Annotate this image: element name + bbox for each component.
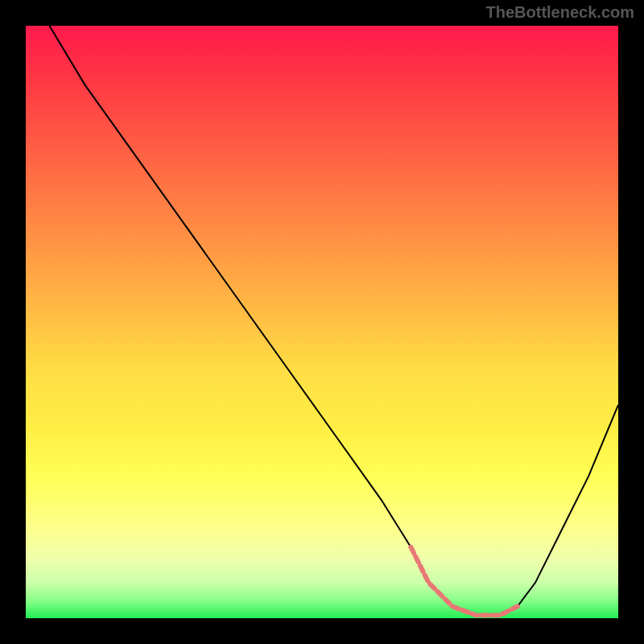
chart-svg — [26, 26, 618, 618]
watermark-text: TheBottleneck.com — [486, 3, 634, 22]
main-curve — [49, 26, 618, 615]
chart-container — [26, 26, 618, 618]
highlight-curve — [411, 547, 517, 616]
chart-curve-group — [49, 26, 618, 615]
